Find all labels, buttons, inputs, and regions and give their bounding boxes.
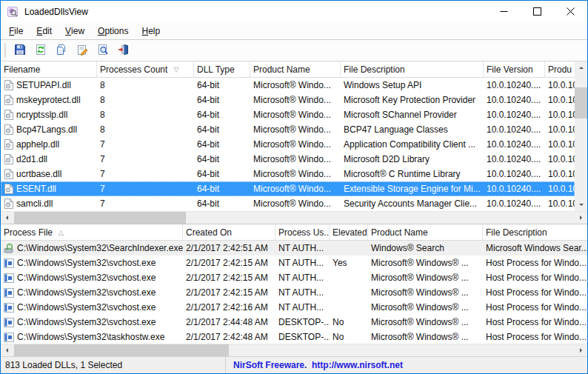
table-row[interactable]: ucrtbase.dll764-bitMicrosoft® Windo...Mi… — [1, 167, 575, 181]
maximize-button[interactable] — [521, 1, 554, 23]
refresh-button[interactable] — [30, 41, 51, 60]
cell-file-description: Microsoft Windows Sear... — [483, 241, 587, 256]
cell-elevated: No — [330, 315, 368, 330]
table-row[interactable]: C:\Windows\System32\svchost.exe2/1/2017 … — [1, 285, 587, 300]
horizontal-scrollbar[interactable] — [1, 344, 587, 356]
scrollbar-thumb[interactable] — [575, 87, 587, 118]
cell-elevated — [330, 285, 368, 300]
table-row[interactable]: C:\Windows\System32\svchost.exe2/1/2017 … — [1, 315, 587, 330]
cell-text: Application Compatibility Client ... — [344, 139, 475, 150]
table-row[interactable]: samcli.dll764-bitMicrosoft® Windo...Secu… — [1, 196, 575, 211]
cell-text: Host Process for Windo... — [486, 258, 587, 268]
cell-text: BCP47 Language Classes — [344, 124, 448, 135]
column-label: File Version — [487, 64, 533, 75]
column-header-file-description[interactable]: File Description — [341, 61, 484, 77]
menu-edit[interactable]: Edit — [30, 23, 59, 39]
cell-text: Yes — [333, 258, 347, 268]
table-row[interactable]: SETUPAPI.dll864-bitMicrosoft® Windo...Wi… — [1, 78, 575, 93]
column-header-process-us[interactable]: Process Us... — [275, 224, 330, 240]
cell-text: Host Process for Windo... — [486, 287, 587, 298]
scrollbar-track[interactable] — [13, 344, 575, 356]
dll-table-header-row: FilenameProcesses Count▽DLL TypeProduct … — [1, 61, 575, 78]
column-header-process-file[interactable]: Process File△ — [1, 224, 183, 240]
cell-elevated — [330, 241, 368, 256]
table-row[interactable]: Bcp47Langs.dll864-bitMicrosoft® Windo...… — [1, 122, 575, 137]
table-row[interactable]: ncryptsslp.dll864-bitMicrosoft® Windo...… — [1, 107, 575, 122]
exe-window-icon — [4, 258, 14, 268]
cell-text: 2/1/2017 2:42:51 AM — [186, 243, 268, 253]
cell-text: Microsoft® Windows® ... — [371, 302, 469, 313]
close-button[interactable] — [554, 1, 587, 23]
cell-product-name: Microsoft® Windo... — [250, 167, 341, 181]
scroll-left-arrow[interactable] — [1, 212, 13, 224]
table-row[interactable]: apphelp.dll764-bitMicrosoft® Windo...App… — [1, 137, 575, 152]
cell-text: DESKTOP-... — [278, 332, 330, 342]
table-row[interactable]: C:\Windows\System32\svchost.exe2/1/2017 … — [1, 270, 587, 285]
cell-product-name: Windows® Search — [368, 241, 483, 256]
nirsoft-link[interactable]: NirSoft Freeware. http://www.nirsoft.net — [226, 357, 403, 373]
column-header-product-name[interactable]: Product Name — [368, 224, 483, 240]
cell-created-on: 2/1/2017 2:42:15 AM — [183, 256, 275, 270]
table-row[interactable]: C:\Windows\System32\svchost.exe2/1/2017 … — [1, 256, 587, 270]
column-header-dll-type[interactable]: DLL Type — [194, 61, 250, 77]
cell-text: Microsoft® Windows® ... — [371, 317, 469, 327]
cell-text: 2/1/2017 2:42:15 AM — [186, 258, 268, 268]
table-row[interactable]: C:\Windows\System32\svchost.exe2/1/2017 … — [1, 300, 587, 315]
properties-button[interactable] — [72, 41, 93, 60]
scroll-right-arrow[interactable] — [575, 344, 587, 356]
scroll-down-arrow[interactable] — [575, 198, 587, 211]
column-label: File Description — [486, 227, 547, 238]
cell-product-name: Microsoft® Windo... — [250, 137, 341, 152]
cell-elevated — [330, 270, 368, 285]
cell-product-name: Microsoft® Windo... — [250, 78, 341, 93]
window-title: LoadedDllsView — [24, 7, 487, 17]
column-header-created-on[interactable]: Created On — [183, 224, 275, 240]
column-header-filename[interactable]: Filename — [1, 61, 97, 77]
column-header-product-name[interactable]: Product Name — [250, 61, 341, 77]
menu-file[interactable]: File — [2, 23, 30, 39]
scroll-left-arrow[interactable] — [1, 344, 13, 356]
table-row[interactable]: ESENT.dll764-bitMicrosoft® Windo...Exten… — [1, 181, 575, 196]
app-window: LoadedDllsView FileEditViewOptionsHelp F… — [0, 0, 588, 374]
column-header-elevated[interactable]: Elevated — [330, 224, 368, 240]
scrollbar-thumb[interactable] — [14, 212, 186, 224]
column-header-file-description[interactable]: File Description — [483, 224, 587, 240]
menu-help[interactable]: Help — [135, 23, 167, 39]
table-row[interactable]: d2d1.dll764-bitMicrosoft® Windo...Micros… — [1, 152, 575, 167]
menu-options[interactable]: Options — [91, 23, 135, 39]
save-button[interactable] — [10, 41, 30, 60]
dll-icon — [4, 110, 13, 120]
scrollbar-thumb[interactable] — [14, 344, 229, 356]
cell-produ: 10.0.10 — [545, 196, 575, 211]
cell-text: Microsoft® Windows® ... — [371, 258, 469, 268]
table-row[interactable]: C:\Windows\System32\SearchIndexer.exe2/1… — [1, 241, 587, 256]
column-header-produ[interactable]: Produ — [545, 61, 575, 77]
table-row[interactable]: C:\Windows\System32\taskhostw.exe2/1/201… — [1, 330, 587, 344]
cell-text: No — [333, 332, 344, 342]
vertical-scrollbar[interactable] — [575, 61, 587, 211]
menu-view[interactable]: View — [59, 23, 91, 39]
cell-filename: ESENT.dll — [1, 181, 97, 196]
cell-dll-type: 64-bit — [194, 137, 250, 152]
column-header-file-version[interactable]: File Version — [484, 61, 545, 77]
scrollbar-track[interactable] — [13, 212, 575, 224]
cell-processes-count: 8 — [97, 93, 194, 107]
cell-text: 64-bit — [197, 110, 219, 120]
cell-processes-count: 7 — [97, 137, 194, 152]
minimize-button[interactable] — [487, 1, 521, 23]
dll-icon — [4, 169, 13, 179]
scrollbar-track[interactable] — [575, 74, 587, 198]
column-header-processes-count[interactable]: Processes Count▽ — [97, 61, 194, 77]
horizontal-scrollbar[interactable] — [1, 211, 587, 224]
scroll-right-arrow[interactable] — [575, 212, 587, 224]
exit-button[interactable] — [113, 41, 134, 60]
table-row[interactable]: mskeyprotect.dll864-bitMicrosoft® Windo.… — [1, 93, 575, 107]
scroll-up-arrow[interactable] — [575, 61, 587, 74]
copy-button[interactable] — [51, 41, 72, 60]
cell-dll-type: 64-bit — [194, 93, 250, 107]
exe-window-icon — [4, 273, 14, 283]
cell-text: 10.0.10240.... — [487, 95, 541, 105]
column-label: Processes Count — [100, 64, 167, 75]
cell-process-file: C:\Windows\System32\svchost.exe — [1, 256, 183, 270]
find-button[interactable] — [93, 41, 113, 60]
